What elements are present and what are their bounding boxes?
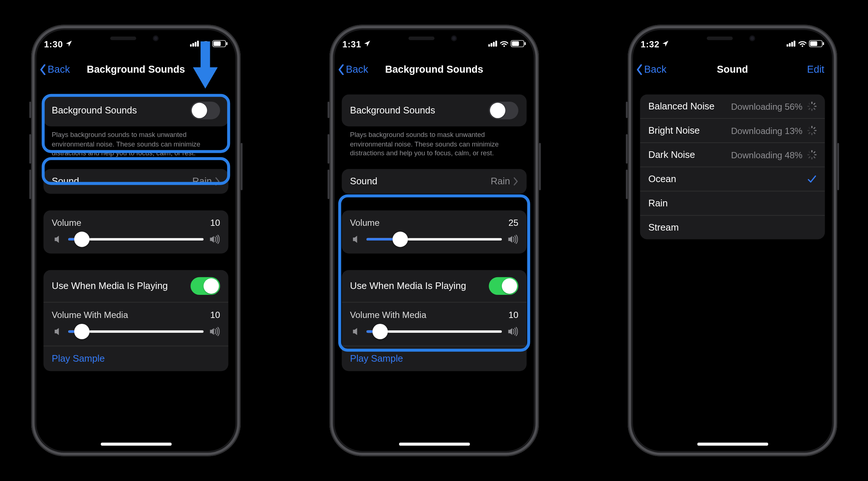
group-main-toggle: Background Sounds xyxy=(342,94,526,126)
phone-frame-3: 1:32 Back Sound Edit Balanced Noise Down… xyxy=(627,25,837,456)
edit-button[interactable]: Edit xyxy=(807,64,824,76)
sound-option-rain[interactable]: Rain xyxy=(640,191,825,215)
sound-name: Dark Noise xyxy=(648,149,695,160)
status-time: 1:32 xyxy=(641,39,660,48)
volume-high-icon xyxy=(209,326,220,336)
sound-option-balanced-noise[interactable]: Balanced Noise Downloading 56% xyxy=(640,94,825,118)
row-sound[interactable]: Sound Rain xyxy=(342,169,526,194)
row-bg-sounds-toggle[interactable]: Background Sounds xyxy=(43,94,228,126)
sound-label: Sound xyxy=(350,176,377,187)
volume-low-icon xyxy=(350,326,361,336)
group-main-toggle: Background Sounds xyxy=(43,94,228,126)
media-volume-slider[interactable] xyxy=(350,325,518,337)
group-sound-list: Balanced Noise Downloading 56% Bright No… xyxy=(640,94,825,239)
home-indicator[interactable] xyxy=(398,443,469,446)
row-bg-sounds-toggle[interactable]: Background Sounds xyxy=(342,94,526,126)
back-label: Back xyxy=(644,64,666,76)
volume-slider[interactable] xyxy=(52,233,220,245)
signal-icon xyxy=(786,40,796,47)
sound-name: Rain xyxy=(648,198,668,209)
volume-slider[interactable] xyxy=(350,233,518,245)
home-indicator[interactable] xyxy=(100,443,171,446)
back-button[interactable]: Back xyxy=(338,64,368,76)
group-media: Use When Media Is Playing Volume With Me… xyxy=(43,270,228,371)
chevron-left-icon xyxy=(39,64,46,75)
volume-high-icon xyxy=(209,234,220,244)
volume-label: Volume xyxy=(350,217,380,227)
media-volume-label: Volume With Media xyxy=(350,310,426,319)
spinner-icon xyxy=(807,102,817,111)
sound-label: Sound xyxy=(52,176,79,187)
battery-icon xyxy=(212,40,227,47)
home-indicator[interactable] xyxy=(697,443,767,446)
back-label: Back xyxy=(47,64,70,76)
sound-option-bright-noise[interactable]: Bright Noise Downloading 13% xyxy=(640,118,825,142)
media-switch[interactable] xyxy=(190,277,220,294)
status-time: 1:31 xyxy=(342,39,361,48)
group-volume: Volume 25 xyxy=(342,210,526,253)
media-volume-slider[interactable] xyxy=(52,325,220,337)
group-media: Use When Media Is Playing Volume With Me… xyxy=(342,270,526,371)
phone-frame-1: 1:30 Back Background Sounds Background S… xyxy=(31,25,241,456)
media-volume-value: 10 xyxy=(210,310,220,319)
battery-icon xyxy=(809,40,824,47)
status-bar: 1:30 xyxy=(37,30,234,57)
group-sound: Sound Rain xyxy=(43,169,228,194)
sound-option-stream[interactable]: Stream xyxy=(640,215,825,239)
wifi-icon xyxy=(201,40,210,47)
sound-name: Balanced Noise xyxy=(648,101,714,112)
play-sample-button[interactable]: Play Sample xyxy=(43,346,228,371)
volume-low-icon xyxy=(52,326,62,336)
sound-option-ocean[interactable]: Ocean xyxy=(640,167,825,191)
media-toggle-label: Use When Media Is Playing xyxy=(52,281,168,291)
nav-bar: Back Background Sounds xyxy=(37,57,234,83)
phone-frame-2: 1:31 Back Background Sounds Background S… xyxy=(329,25,539,456)
sound-option-dark-noise[interactable]: Dark Noise Downloading 48% xyxy=(640,142,825,167)
sound-name: Bright Noise xyxy=(648,125,700,136)
sound-name: Ocean xyxy=(648,174,676,184)
row-media-toggle[interactable]: Use When Media Is Playing xyxy=(43,270,228,302)
back-button[interactable]: Back xyxy=(39,64,70,76)
spinner-icon xyxy=(807,150,817,160)
wifi-icon xyxy=(798,40,807,47)
location-icon xyxy=(364,40,371,47)
chevron-left-icon xyxy=(636,64,643,75)
volume-low-icon xyxy=(52,234,62,244)
back-button[interactable]: Back xyxy=(636,64,666,76)
row-sound[interactable]: Sound Rain xyxy=(43,169,228,194)
back-label: Back xyxy=(346,64,368,76)
download-status: Downloading 56% xyxy=(731,101,802,111)
toggle-label: Background Sounds xyxy=(52,105,137,116)
play-sample-button[interactable]: Play Sample xyxy=(342,346,526,371)
volume-value: 10 xyxy=(210,217,220,227)
bg-sounds-switch[interactable] xyxy=(489,102,518,119)
signal-icon xyxy=(488,40,497,47)
description-text: Plays background sounds to mask unwanted… xyxy=(43,126,228,164)
description-text: Plays background sounds to mask unwanted… xyxy=(342,126,526,164)
chevron-left-icon xyxy=(338,64,344,75)
checkmark-icon xyxy=(807,174,817,184)
row-media-toggle[interactable]: Use When Media Is Playing xyxy=(342,270,526,302)
media-volume-label: Volume With Media xyxy=(52,310,128,319)
media-switch[interactable] xyxy=(489,277,518,294)
chevron-right-icon xyxy=(514,177,518,185)
signal-icon xyxy=(190,40,199,47)
download-status: Downloading 13% xyxy=(731,126,802,135)
volume-low-icon xyxy=(350,234,361,244)
media-volume-value: 10 xyxy=(508,310,518,319)
battery-icon xyxy=(510,40,526,47)
bg-sounds-switch[interactable] xyxy=(190,102,220,119)
wifi-icon xyxy=(500,40,508,47)
group-sound: Sound Rain xyxy=(342,169,526,194)
volume-label: Volume xyxy=(52,217,81,227)
status-bar: 1:31 xyxy=(335,30,533,57)
volume-high-icon xyxy=(507,326,518,336)
toggle-label: Background Sounds xyxy=(350,105,435,116)
sound-name: Stream xyxy=(648,222,679,233)
location-icon xyxy=(662,40,669,47)
spinner-icon xyxy=(807,126,817,135)
download-status: Downloading 48% xyxy=(731,150,802,160)
group-volume: Volume 10 xyxy=(43,210,228,253)
nav-bar: Back Sound Edit xyxy=(633,57,831,83)
media-toggle-label: Use When Media Is Playing xyxy=(350,281,466,291)
